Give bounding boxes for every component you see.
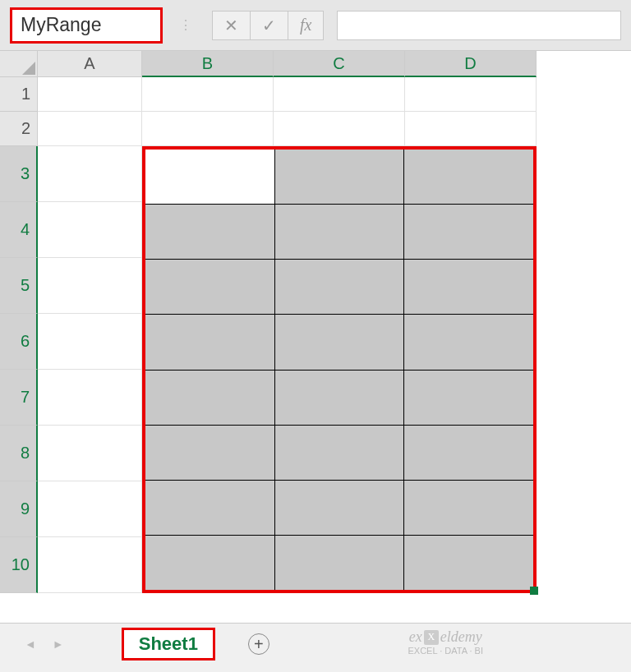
row-header-8[interactable]: 8 (0, 426, 38, 481)
plus-icon: + (254, 636, 264, 652)
row-label: 8 (21, 444, 30, 463)
column-header-a[interactable]: A (38, 51, 142, 77)
sheet-tabs-bar: ◄ ► Sheet1 + ex X eldemy EXCEL · DATA · … (0, 623, 631, 672)
row-label: 3 (21, 164, 30, 183)
cell[interactable] (142, 112, 274, 146)
formula-buttons-group: ✕ ✓ fx (212, 11, 324, 40)
fx-icon: fx (300, 16, 311, 35)
cancel-icon: ✕ (224, 16, 238, 35)
formula-bar: MyRange ⋮ ✕ ✓ fx (0, 0, 631, 51)
row-label: 1 (21, 85, 30, 104)
watermark-text: eldemy (440, 629, 482, 646)
row-header-10[interactable]: 10 (0, 537, 38, 593)
watermark: ex X eldemy EXCEL · DATA · BI (408, 629, 484, 656)
select-all-button[interactable] (0, 51, 38, 77)
watermark-text: ex (409, 629, 422, 646)
cell[interactable] (142, 77, 274, 112)
row-header-2[interactable]: 2 (0, 112, 38, 146)
row-label: 5 (21, 276, 30, 295)
row-label: 2 (21, 119, 30, 138)
column-label: D (464, 54, 476, 73)
cell[interactable] (38, 537, 142, 593)
selected-cell[interactable] (145, 481, 275, 535)
selected-cell[interactable] (145, 205, 275, 259)
selected-cell[interactable] (145, 371, 275, 425)
row-label: 9 (21, 499, 30, 518)
sheet-tab-active[interactable]: Sheet1 (122, 628, 215, 660)
watermark-logo-icon: X (424, 630, 439, 645)
row-header-1[interactable]: 1 (0, 77, 38, 112)
cell[interactable] (38, 314, 142, 370)
cell[interactable] (38, 481, 142, 537)
column-header-d[interactable]: D (405, 51, 537, 77)
column-label: C (333, 54, 344, 73)
selected-cell[interactable] (145, 260, 275, 314)
row-label: 7 (21, 388, 30, 407)
confirm-formula-button[interactable]: ✓ (251, 11, 288, 40)
selected-cell[interactable] (275, 260, 405, 314)
prev-sheet-button[interactable]: ◄ (16, 637, 44, 651)
selected-cell[interactable] (404, 536, 533, 590)
selected-cell[interactable] (404, 205, 533, 259)
spreadsheet-grid: A B C D 1 2 3 4 5 6 7 8 9 10 (0, 51, 631, 616)
selected-cell[interactable] (275, 536, 405, 590)
column-label: B (202, 54, 213, 73)
selected-cell[interactable] (275, 426, 405, 480)
cell[interactable] (38, 112, 142, 146)
selected-cell[interactable] (145, 426, 275, 480)
cell[interactable] (274, 112, 405, 146)
selected-cell[interactable] (404, 426, 533, 480)
sheet-tab-label: Sheet1 (139, 633, 198, 654)
range-selection[interactable] (142, 146, 537, 593)
selected-cell[interactable] (275, 205, 405, 259)
selected-cell[interactable] (145, 536, 275, 590)
cell[interactable] (405, 77, 537, 112)
add-sheet-button[interactable]: + (248, 633, 269, 655)
row-headers: 1 2 3 4 5 6 7 8 9 10 (0, 77, 38, 593)
selected-cell[interactable] (404, 481, 533, 535)
row-label: 6 (21, 332, 30, 351)
cell[interactable] (274, 77, 405, 112)
cancel-formula-button[interactable]: ✕ (212, 11, 251, 40)
active-cell[interactable] (145, 150, 275, 204)
cell[interactable] (38, 77, 142, 112)
row-label: 4 (21, 220, 30, 239)
cell[interactable] (38, 426, 142, 481)
cell[interactable] (405, 112, 537, 146)
row-header-3[interactable]: 3 (0, 146, 38, 202)
column-headers: A B C D (38, 51, 537, 77)
selected-cell[interactable] (145, 315, 275, 369)
selected-cell[interactable] (275, 371, 405, 425)
selected-cell[interactable] (275, 315, 405, 369)
formula-bar-divider: ⋮ (176, 17, 194, 33)
name-box-value: MyRange (21, 14, 101, 36)
next-sheet-button[interactable]: ► (44, 637, 72, 651)
column-header-c[interactable]: C (274, 51, 405, 77)
cell[interactable] (38, 258, 142, 314)
row-header-4[interactable]: 4 (0, 202, 38, 258)
cell[interactable] (38, 370, 142, 426)
selection-grid (145, 150, 533, 590)
cell[interactable] (38, 202, 142, 258)
cell[interactable] (38, 146, 142, 202)
selected-cell[interactable] (404, 150, 533, 204)
selected-cell[interactable] (275, 150, 405, 204)
row-header-9[interactable]: 9 (0, 481, 38, 537)
row-header-7[interactable]: 7 (0, 370, 38, 426)
column-header-b[interactable]: B (142, 51, 274, 77)
selected-cell[interactable] (275, 481, 405, 535)
watermark-tagline: EXCEL · DATA · BI (408, 646, 484, 656)
selected-cell[interactable] (404, 371, 533, 425)
column-label: A (84, 54, 94, 73)
row-header-6[interactable]: 6 (0, 314, 38, 370)
row-label: 10 (12, 555, 30, 574)
selected-cell[interactable] (404, 315, 533, 369)
row-header-5[interactable]: 5 (0, 258, 38, 314)
name-box[interactable]: MyRange (10, 7, 163, 44)
formula-input[interactable] (337, 11, 621, 40)
insert-function-button[interactable]: fx (288, 11, 324, 40)
selected-cell[interactable] (404, 260, 533, 314)
fill-handle[interactable] (530, 587, 538, 595)
check-icon: ✓ (262, 16, 276, 35)
